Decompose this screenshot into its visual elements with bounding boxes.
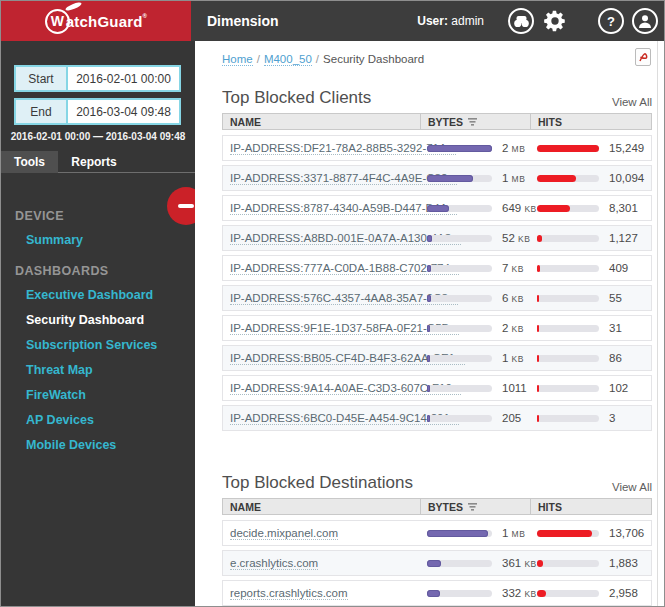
column-name[interactable]: NAME	[223, 114, 420, 129]
bytes-bar	[427, 355, 492, 362]
user-account-icon[interactable]	[632, 8, 658, 34]
app-title: Dimension	[207, 13, 279, 29]
export-pdf-icon[interactable]	[635, 48, 651, 66]
bytes-bar	[427, 205, 492, 212]
watchguard-logo: W atchGuard®	[1, 1, 191, 41]
sidebar-tabs: Tools Reports	[1, 151, 195, 173]
column-hits[interactable]: HITS	[530, 114, 651, 129]
table-row: IP-ADDRESS:6BC0-D45E-A454-9C14-201... 20…	[222, 405, 652, 431]
hits-bar	[537, 560, 599, 567]
sort-icon	[468, 118, 477, 126]
hits-bar	[537, 415, 599, 422]
sidebar: Start 2016-02-01 00:00 End 2016-03-04 09…	[1, 41, 195, 606]
destination-link[interactable]: reports.crashlytics.com	[230, 587, 348, 600]
sidebar-item-executive-dashboard[interactable]: Executive Dashboard	[26, 288, 195, 303]
destination-link[interactable]: e.crashlytics.com	[230, 557, 318, 570]
hits-bar	[537, 205, 599, 212]
brand-name: atchGuard®	[66, 13, 147, 30]
sidebar-item-mobile-devices[interactable]: Mobile Devices	[26, 438, 195, 453]
bytes-bar	[427, 145, 492, 152]
sidebar-item-ap-devices[interactable]: AP Devices	[26, 413, 195, 428]
bytes-bar	[427, 295, 492, 302]
app-window: W atchGuard® Dimension User: admin ?	[0, 0, 665, 607]
help-icon[interactable]: ?	[598, 8, 624, 34]
sidebar-item-firewatch[interactable]: FireWatch	[26, 388, 195, 403]
start-label: Start	[16, 67, 68, 90]
top-header: W atchGuard® Dimension User: admin ?	[1, 1, 664, 41]
table-header: NAME BYTES HITS	[222, 498, 652, 515]
bytes-bar	[427, 385, 492, 392]
breadcrumb: Home/M400_50/Security Dashboard	[222, 53, 424, 65]
bytes-bar	[427, 560, 492, 567]
sidebar-item-summary[interactable]: Summary	[26, 233, 195, 248]
table-row: IP-ADDRESS:BB05-CF4D-B4F3-62AA-CE1... 1 …	[222, 345, 652, 371]
front-panel-icon[interactable]	[508, 8, 534, 34]
bytes-bar	[427, 325, 492, 332]
bytes-bar	[427, 235, 492, 242]
hits-bar	[537, 530, 599, 537]
table-row: IP-ADDRESS:3371-8877-4F4C-4A9E-C32... 1 …	[222, 165, 652, 191]
table-row: decide.mixpanel.com 1 MB 13,706	[222, 520, 652, 546]
section-title: Top Blocked Destinations	[222, 473, 413, 493]
section-title-device: DEVICE	[15, 209, 195, 223]
hits-bar	[537, 385, 599, 392]
date-range-summary: 2016-02-01 00:00 — 2016-03-04 09:48	[1, 131, 195, 142]
bytes-bar	[427, 590, 492, 597]
bytes-bar	[427, 265, 492, 272]
start-date-field[interactable]: Start 2016-02-01 00:00	[14, 65, 181, 92]
top-blocked-clients-section: Top Blocked Clients View All NAME BYTES …	[222, 86, 652, 435]
hits-bar	[537, 325, 599, 332]
current-user: User: admin	[417, 14, 484, 28]
hits-bar	[537, 265, 599, 272]
bytes-bar	[427, 415, 492, 422]
table-row: IP-ADDRESS:A8BD-001E-0A7A-A130-4A3... 52…	[222, 225, 652, 251]
hits-bar	[537, 295, 599, 302]
tab-tools[interactable]: Tools	[1, 151, 58, 173]
table-row: IP-ADDRESS:DF21-78A2-88B5-3292-71A... 2 …	[222, 135, 652, 161]
table-row: reports.crashlytics.com 332 KB 2,958	[222, 580, 652, 606]
logo-swoosh-icon	[64, 0, 82, 11]
view-all-link[interactable]: View All	[612, 481, 652, 493]
bytes-bar	[427, 530, 492, 537]
hits-bar	[537, 175, 599, 182]
table-row: IP-ADDRESS:8787-4340-A59B-D447-B4A... 64…	[222, 195, 652, 221]
hits-bar	[537, 235, 599, 242]
sidebar-item-threat-map[interactable]: Threat Map	[26, 363, 195, 378]
table-row: IP-ADDRESS:576C-4357-4AA8-35A7-9C8... 6 …	[222, 285, 652, 311]
breadcrumb-home-link[interactable]: Home	[222, 53, 253, 66]
breadcrumb-device-link[interactable]: M400_50	[264, 53, 312, 66]
sidebar-item-security-dashboard[interactable]: Security Dashboard	[26, 313, 195, 328]
sidebar-item-subscription-services[interactable]: Subscription Services	[26, 338, 195, 353]
hits-bar	[537, 590, 599, 597]
end-date-field[interactable]: End 2016-03-04 09:48	[14, 98, 181, 125]
column-bytes[interactable]: BYTES	[420, 499, 530, 514]
section-title-dashboards: DASHBOARDS	[15, 264, 195, 278]
view-all-link[interactable]: View All	[612, 96, 652, 108]
column-name[interactable]: NAME	[223, 499, 420, 514]
table-row: IP-ADDRESS:9A14-A0AE-C3D3-607C-F10... 10…	[222, 375, 652, 401]
table-header: NAME BYTES HITS	[222, 113, 652, 130]
hits-bar	[537, 145, 599, 152]
settings-gear-icon[interactable]	[542, 8, 568, 34]
table-row: IP-ADDRESS:777A-C0DA-1B88-C702-774... 7 …	[222, 255, 652, 281]
tab-reports[interactable]: Reports	[58, 151, 130, 173]
breadcrumb-current: Security Dashboard	[323, 53, 424, 65]
sidebar-nav: DEVICE Summary DASHBOARDS Executive Dash…	[1, 201, 195, 463]
column-bytes[interactable]: BYTES	[420, 114, 530, 129]
start-date-value[interactable]: 2016-02-01 00:00	[68, 67, 179, 90]
table-row: IP-ADDRESS:9F1E-1D37-58FA-0F21-C5B... 2 …	[222, 315, 652, 341]
content-right-divider	[657, 41, 658, 606]
section-title: Top Blocked Clients	[222, 88, 371, 108]
bytes-bar	[427, 175, 492, 182]
hits-bar	[537, 355, 599, 362]
table-row: e.crashlytics.com 361 KB 1,883	[222, 550, 652, 576]
end-date-value[interactable]: 2016-03-04 09:48	[68, 100, 179, 123]
destination-link[interactable]: decide.mixpanel.com	[230, 527, 338, 540]
main-content: Home/M400_50/Security Dashboard Top Bloc…	[195, 41, 664, 606]
top-blocked-destinations-section: Top Blocked Destinations View All NAME B…	[222, 471, 652, 606]
column-hits[interactable]: HITS	[530, 499, 651, 514]
end-label: End	[16, 100, 68, 123]
sort-icon	[468, 503, 477, 511]
